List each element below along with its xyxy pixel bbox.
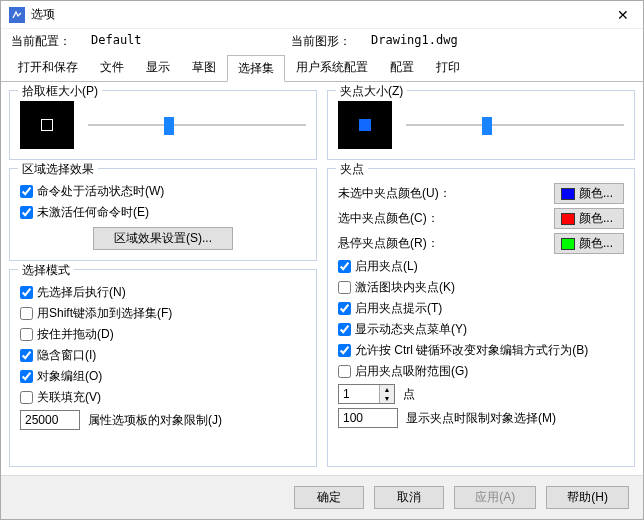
grip-unselected-label: 未选中夹点颜色(U)： (338, 185, 546, 202)
tabs: 打开和保存 文件 显示 草图 选择集 用户系统配置 配置 打印 (1, 54, 643, 82)
drawing-value: Drawing1.dwg (371, 33, 571, 50)
group-region: 区域选择效果 命令处于活动状态时(W) 未激活任何命令时(E) 区域效果设置(S… (9, 168, 317, 261)
cancel-button[interactable]: 取消 (374, 486, 444, 509)
spin-down-icon[interactable]: ▼ (380, 394, 394, 403)
region-legend: 区域选择效果 (18, 161, 98, 178)
grip-selected-color-button[interactable]: 颜色... (554, 208, 624, 229)
info-row: 当前配置： Default 当前图形： Drawing1.dwg (1, 29, 643, 54)
grip-hover-color-button[interactable]: 颜色... (554, 233, 624, 254)
group-selectmode: 选择模式 先选择后执行(N) 用Shift键添加到选择集(F) 按住并拖动(D)… (9, 269, 317, 467)
close-icon[interactable]: ✕ (611, 7, 635, 23)
apply-button[interactable]: 应用(A) (454, 486, 536, 509)
tab-print[interactable]: 打印 (425, 54, 471, 81)
grip-spin-unit: 点 (403, 386, 415, 403)
grip-hover-label: 悬停夹点颜色(R)： (338, 235, 546, 252)
chk-grip-tips[interactable]: 启用夹点提示(T) (338, 300, 624, 317)
footer: 确定 取消 应用(A) 帮助(H) (1, 475, 643, 519)
grip-limit-label: 显示夹点时限制对象选择(M) (406, 410, 556, 427)
grip-unselected-color-button[interactable]: 颜色... (554, 183, 624, 204)
help-button[interactable]: 帮助(H) (546, 486, 629, 509)
pickbox-legend: 拾取框大小(P) (18, 83, 102, 100)
chk-grip-enable[interactable]: 启用夹点(L) (338, 258, 624, 275)
tab-selection[interactable]: 选择集 (227, 55, 285, 82)
region-settings-button[interactable]: 区域效果设置(S)... (93, 227, 233, 250)
config-label: 当前配置： (11, 33, 91, 50)
chk-shift[interactable]: 用Shift键添加到选择集(F) (20, 305, 306, 322)
tab-open-save[interactable]: 打开和保存 (7, 54, 89, 81)
selectmode-legend: 选择模式 (18, 262, 74, 279)
chk-region-inactive[interactable]: 未激活任何命令时(E) (20, 204, 306, 221)
pickbox-slider[interactable] (88, 115, 306, 135)
chk-grip-blocks[interactable]: 激活图块内夹点(K) (338, 279, 624, 296)
chk-objgroup[interactable]: 对象编组(O) (20, 368, 306, 385)
selectmode-limit-label: 属性选项板的对象限制(J) (88, 412, 222, 429)
spin-up-icon[interactable]: ▲ (380, 385, 394, 394)
right-column: 夹点大小(Z) 夹点 未选中夹点颜色(U)： 颜色... 选中夹点颜色(C)： … (327, 90, 635, 467)
chk-region-active[interactable]: 命令处于活动状态时(W) (20, 183, 306, 200)
chk-grip-dynmenu[interactable]: 显示动态夹点菜单(Y) (338, 321, 624, 338)
group-grips: 夹点 未选中夹点颜色(U)： 颜色... 选中夹点颜色(C)： 颜色... 悬停… (327, 168, 635, 467)
ok-button[interactable]: 确定 (294, 486, 364, 509)
app-icon (9, 7, 25, 23)
options-dialog: 选项 ✕ 当前配置： Default 当前图形： Drawing1.dwg 打开… (0, 0, 644, 520)
grip-snap-spin[interactable]: ▲▼ (338, 384, 395, 404)
tab-file[interactable]: 文件 (89, 54, 135, 81)
config-value: Default (91, 33, 291, 50)
tab-user[interactable]: 用户系统配置 (285, 54, 379, 81)
chk-grip-ctrlcycle[interactable]: 允许按 Ctrl 键循环改变对象编辑方式行为(B) (338, 342, 624, 359)
chk-hatch[interactable]: 关联填充(V) (20, 389, 306, 406)
left-column: 拾取框大小(P) 区域选择效果 命令处于活动状态时(W) 未激活任何命令时(E)… (9, 90, 317, 467)
tab-display[interactable]: 显示 (135, 54, 181, 81)
drawing-label: 当前图形： (291, 33, 371, 50)
chk-preexec[interactable]: 先选择后执行(N) (20, 284, 306, 301)
window-title: 选项 (31, 6, 611, 23)
tab-draft[interactable]: 草图 (181, 54, 227, 81)
group-gripsize: 夹点大小(Z) (327, 90, 635, 160)
gripsize-preview (338, 101, 392, 149)
chk-grip-snaprange[interactable]: 启用夹点吸附范围(G) (338, 363, 624, 380)
grip-limit-input[interactable] (338, 408, 398, 428)
chk-implied[interactable]: 隐含窗口(I) (20, 347, 306, 364)
pickbox-preview (20, 101, 74, 149)
chk-pressdrag[interactable]: 按住并拖动(D) (20, 326, 306, 343)
titlebar: 选项 ✕ (1, 1, 643, 29)
gripsize-slider[interactable] (406, 115, 624, 135)
grips-legend: 夹点 (336, 161, 368, 178)
selectmode-limit-input[interactable] (20, 410, 80, 430)
tab-profile[interactable]: 配置 (379, 54, 425, 81)
grip-selected-label: 选中夹点颜色(C)： (338, 210, 546, 227)
tab-content: 拾取框大小(P) 区域选择效果 命令处于活动状态时(W) 未激活任何命令时(E)… (1, 82, 643, 475)
group-pickbox: 拾取框大小(P) (9, 90, 317, 160)
gripsize-legend: 夹点大小(Z) (336, 83, 407, 100)
